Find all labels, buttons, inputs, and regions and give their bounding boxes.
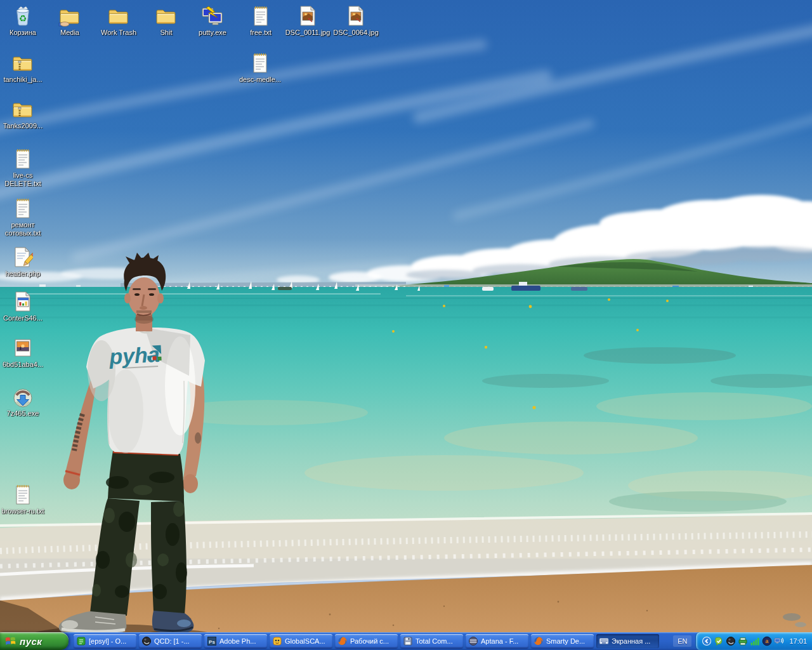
task-photoshop[interactable]: Ps Adobe Ph...: [204, 634, 267, 648]
start-button[interactable]: пуск: [0, 632, 69, 650]
folder-zip-icon: [0, 97, 48, 121]
photoshop-icon: Ps: [207, 636, 217, 646]
task-button-label: Экранная ...: [612, 637, 650, 645]
desktop-icon-label: header.php: [0, 270, 48, 278]
desktop-icon-folder-shit[interactable]: Shit: [141, 4, 191, 37]
image-file-icon: [283, 4, 332, 27]
installer-icon: [0, 385, 48, 408]
desktop-icon-label: 7z465.exe: [0, 409, 48, 418]
html-file-icon: [0, 289, 48, 313]
putty-icon: [188, 4, 237, 27]
task-button-label: Total Com...: [416, 637, 453, 645]
desktop-icon-7z465-exe[interactable]: 7z465.exe: [0, 385, 48, 418]
shirt-logo: pyha: [108, 342, 162, 369]
desktop-icon-label: Work Trash: [94, 29, 143, 37]
aptana-icon: [468, 636, 478, 646]
desktop-icon-browser-ru-txt[interactable]: browser-ru.txt: [0, 482, 48, 515]
epsyl-notes-icon: [76, 636, 86, 646]
messenger-check-icon[interactable]: [714, 636, 724, 646]
globalscape-icon: [272, 636, 282, 646]
task-button-label: QCD: [1 -...: [154, 637, 190, 645]
desktop-icon-dsc-0011-jpg[interactable]: DSC_0011.jpg: [283, 4, 332, 37]
desktop-icon-putty-exe[interactable]: putty.exe: [188, 4, 237, 37]
hide-icons-chevron-icon[interactable]: [702, 636, 712, 646]
svg-text:♻: ♻: [19, 13, 27, 23]
folder-shared-icon: [45, 4, 95, 27]
desktop-icon-label: browser-ru.txt: [0, 507, 48, 515]
firefox-icon: [337, 636, 348, 646]
taskbar-buttons: [epsyl] - O... QCD: [1 -... Ps Adobe Ph.…: [74, 634, 659, 648]
desktop-icon-label: Media: [45, 29, 95, 37]
task-button-label: Smarty De...: [546, 637, 585, 645]
notepad-icon: [0, 482, 48, 506]
desktop-icon-live-cs-delete-txt[interactable]: live-cs DELETE.txt: [0, 147, 48, 188]
desktop-icon-label: tanchiki_ja...: [0, 76, 48, 84]
desktop-icon-photo-6bd51aba4[interactable]: 6bd51aba4...: [0, 336, 48, 369]
shirt-logo-text: pyha: [108, 342, 160, 369]
desktop-icon-tanchiki-zip[interactable]: tanchiki_ja...: [0, 51, 48, 84]
taskbar-clock[interactable]: 17:01: [789, 637, 807, 645]
svg-text:Ps: Ps: [209, 639, 215, 645]
task-button-label: Aptana - F...: [481, 637, 518, 645]
notepad-icon: [0, 196, 48, 220]
desktop-icon-conters46-html[interactable]: ConterS46...: [0, 289, 48, 322]
desktop-icon-label: DSC_0064.jpg: [331, 29, 381, 37]
floppy-icon: [403, 636, 413, 646]
desktop-icon-tanks2009-zip[interactable]: Tanks2009...: [0, 97, 48, 130]
desktop-icon-label: Shit: [141, 29, 191, 37]
desktop-icon-label: 6bd51aba4...: [0, 361, 48, 369]
task-button-label: Рабочий с...: [350, 637, 389, 645]
task-firefox-desktop[interactable]: Рабочий с...: [335, 634, 398, 648]
folder-icon: [141, 4, 191, 27]
qcd-icon: [141, 636, 152, 646]
desktop-icon-desc-medle-txt[interactable]: desc-medle...: [235, 51, 285, 84]
desktop-icon-folder-media[interactable]: Media: [45, 4, 95, 37]
wallpaper-beach-photo: pyha: [0, 0, 812, 650]
notepad-icon: [236, 4, 285, 27]
qcd-player-tray-icon[interactable]: [726, 636, 736, 646]
task-button-label: [epsyl] - O...: [89, 637, 126, 645]
printer-tray-icon[interactable]: [738, 636, 748, 646]
desktop-icon-folder-work-trash[interactable]: Work Trash: [94, 4, 143, 37]
task-onscreen-keyboard[interactable]: Экранная ...: [596, 634, 659, 648]
language-indicator[interactable]: EN: [673, 635, 691, 647]
task-total-commander[interactable]: Total Com...: [400, 634, 463, 648]
folder-icon: [94, 4, 143, 27]
firefox-icon: [534, 636, 544, 646]
desktop-icon-recycle-bin[interactable]: ♻ Корзина: [0, 4, 48, 37]
photo-file-icon: [0, 336, 48, 359]
task-qcd[interactable]: QCD: [1 -...: [139, 634, 202, 648]
taskbar: пуск [epsyl] - O... QCD: [1 -... Ps Adob…: [0, 632, 812, 650]
notepad-icon: [0, 147, 48, 170]
desktop-icon-label: DSC_0011.jpg: [283, 29, 332, 37]
desktop-icon-header-php[interactable]: header.php: [0, 245, 48, 278]
task-button-label: GlobalSCA...: [285, 637, 325, 645]
keyboard-icon: [599, 636, 609, 646]
desktop-icon-label: desc-medle...: [235, 76, 285, 84]
desktop-icon-remont-sotovyh-txt[interactable]: ремонт сотовых.txt: [0, 196, 48, 237]
task-globalscape[interactable]: GlobalSCA...: [270, 634, 332, 648]
task-aptana[interactable]: Aptana - F...: [466, 634, 528, 648]
sphere-a-tray-icon[interactable]: a: [762, 636, 772, 646]
folder-zip-icon: [0, 51, 48, 74]
desktop-icon-label: free.txt: [236, 29, 285, 37]
task-button-label: Adobe Ph...: [219, 637, 256, 645]
recycle-icon: ♻: [0, 4, 48, 27]
php-file-icon: [0, 245, 48, 269]
desktop-icon-label: Tanks2009...: [0, 122, 48, 130]
desktop-icon-label: live-cs DELETE.txt: [0, 171, 48, 188]
desktop-screen: pyha: [0, 0, 812, 650]
image-file-icon: [331, 4, 381, 27]
network-audio-tray-icon[interactable]: [774, 636, 784, 646]
desktop-icon-label: putty.exe: [188, 29, 237, 37]
desktop-icon-free-txt[interactable]: free.txt: [236, 4, 285, 37]
windows-logo-icon: [4, 635, 16, 647]
task-firefox-smarty[interactable]: Smarty De...: [531, 634, 594, 648]
desktop-icon-label: ремонт сотовых.txt: [0, 221, 48, 237]
desktop-icon-label: Корзина: [0, 29, 48, 37]
desktop-icon-dsc-0064-jpg[interactable]: DSC_0064.jpg: [331, 4, 381, 37]
signal-strength-icon[interactable]: [750, 636, 760, 646]
task-epsyl[interactable]: [epsyl] - O...: [74, 634, 136, 648]
notepad-icon: [235, 51, 285, 74]
system-tray: a 17:01: [695, 632, 812, 650]
